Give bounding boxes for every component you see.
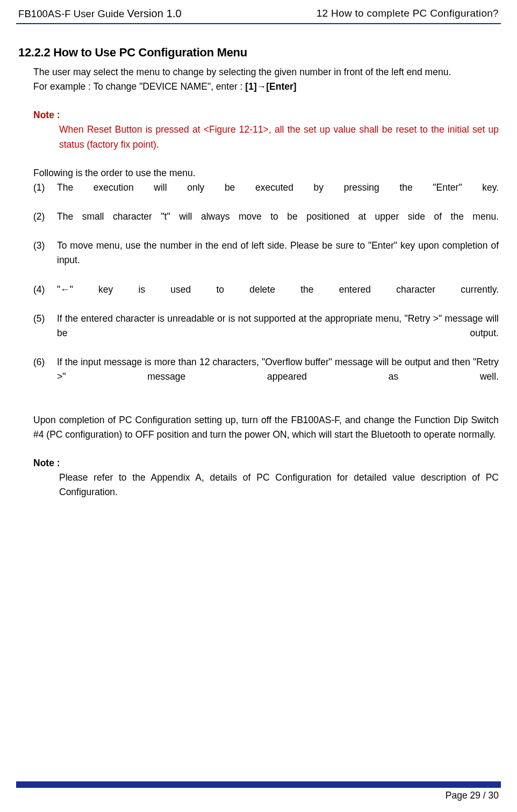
following-line: Following is the order to use the menu. [18,166,499,180]
page-number: Page 29 / 30 [0,790,517,801]
list-item: (1) The execution will only be executed … [33,180,499,209]
step-marker: (4) [33,282,57,297]
note-body-2-text: Please refer to the Appendix A, details … [59,472,499,497]
list-item: (3) To move menu, use the number in the … [33,238,499,282]
content-area: 12.2.2 How to Use PC Configuration Menu … [0,24,517,499]
closing-paragraph: Upon completion of PC Configuration sett… [18,413,499,442]
page-header: FB100AS-F User Guide Version 1.0 12 How … [0,8,517,22]
footer-bar [16,781,501,788]
step-marker: (6) [33,355,57,369]
section-number: 12 [317,8,328,19]
note-label-red: Note : [18,108,499,122]
header-left: FB100AS-F User Guide Version 1.0 [18,8,182,20]
intro-line-2-command: [1]→[Enter] [245,81,296,92]
intro-line-2: For example : To change "DEVICE NAME", e… [18,79,499,94]
step-body: "←" key is used to delete the entered ch… [57,282,499,311]
list-item: (4) "←" key is used to delete the entere… [33,282,499,311]
step-body: The execution will only be executed by p… [57,180,499,209]
note-red-text: When Reset Button is pressed at <Figure … [59,124,499,149]
note-body-2: Please refer to the Appendix A, details … [18,470,499,499]
step-marker: (2) [33,209,57,224]
step-marker: (3) [33,238,57,253]
intro-line-2-text: For example : To change "DEVICE NAME", e… [33,81,245,92]
ordered-steps: (1) The execution will only be executed … [18,180,499,399]
list-item: (5) If the entered character is unreadab… [33,311,499,355]
step-marker: (5) [33,311,57,326]
step-body: If the entered character is unreadable o… [57,311,499,355]
note-red-body: When Reset Button is pressed at <Figure … [18,122,499,151]
intro-line-1: The user may select the menu to change b… [18,65,499,79]
note-label-2: Note : [18,456,499,470]
guide-name: FB100AS-F User Guide [18,8,124,19]
list-item: (2) The small character "t" will always … [33,209,499,238]
step-body: To move menu, use the number in the end … [57,238,499,282]
section-title: How to complete PC Configuration? [331,8,499,19]
header-right: 12 How to complete PC Configuration? [317,8,499,20]
step-body: The small character "t" will always move… [57,209,499,238]
step-body: If the input message is more than 12 cha… [57,355,499,398]
step-marker: (1) [33,180,57,195]
version-label: Version 1.0 [127,8,182,19]
page-footer: Page 29 / 30 [0,781,517,801]
list-item: (6) If the input message is more than 12… [33,355,499,398]
heading-12-2-2: 12.2.2 How to Use PC Configuration Menu [18,44,499,62]
